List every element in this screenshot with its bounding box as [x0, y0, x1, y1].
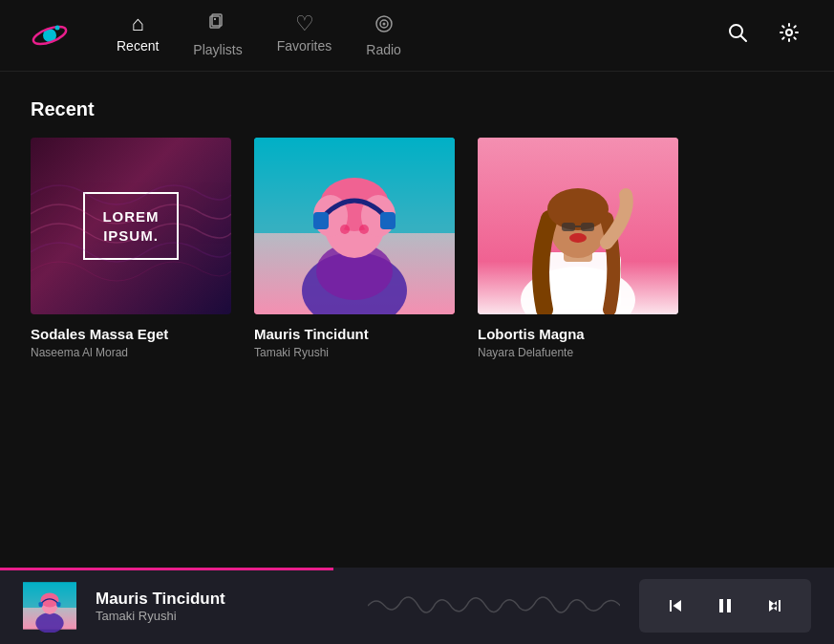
svg-point-38: [40, 593, 58, 608]
svg-rect-20: [313, 212, 329, 229]
card-3-svg: [478, 138, 678, 314]
svg-point-23: [359, 225, 369, 234]
home-icon: ⌂: [132, 13, 144, 34]
svg-rect-40: [56, 602, 60, 607]
card-3-artwork: [478, 138, 678, 314]
cards-row: LOREM IPSUM. Sodales Massa Eget Naseema …: [31, 138, 803, 359]
nav-label-playlists: Playlists: [193, 42, 242, 57]
svg-rect-5: [214, 18, 216, 20]
card-1-artist: Naseema Al Morad: [31, 346, 231, 359]
pause-icon: [714, 594, 737, 617]
nav-item-recent[interactable]: ⌂ Recent: [117, 13, 159, 57]
search-button[interactable]: [723, 18, 752, 53]
np-thumb-svg: [23, 579, 76, 633]
prev-button[interactable]: [658, 589, 693, 623]
section-title: Recent: [31, 98, 803, 120]
card-2-title: Mauris Tincidunt: [254, 326, 455, 342]
svg-rect-39: [39, 602, 43, 607]
nav-item-favorites[interactable]: ♡ Favorites: [277, 13, 332, 57]
card-3-artist: Nayara Delafuente: [478, 346, 678, 359]
settings-icon: [779, 22, 800, 43]
pause-button[interactable]: [708, 589, 742, 623]
heart-icon: ♡: [295, 13, 314, 34]
card-1-title: Sodales Massa Eget: [31, 326, 231, 342]
search-icon: [727, 22, 748, 43]
card-1-image: LOREM IPSUM.: [31, 138, 231, 314]
nav-label-recent: Recent: [117, 38, 159, 54]
next-icon: [763, 594, 786, 617]
logo: [31, 16, 69, 54]
nav-bar: ⌂ Recent Playlists ♡ Favorites: [117, 13, 685, 57]
nav-item-playlists[interactable]: Playlists: [193, 13, 242, 57]
svg-point-30: [569, 233, 587, 243]
card-2-svg: [254, 138, 455, 314]
card-2-artist: Tamaki Ryushi: [254, 346, 455, 359]
settings-button[interactable]: [775, 18, 803, 53]
svg-point-22: [340, 225, 350, 234]
nav-label-radio: Radio: [366, 42, 401, 57]
waveform: [368, 587, 621, 625]
card-1-artwork: LOREM IPSUM.: [31, 138, 231, 314]
playlists-icon: [207, 13, 228, 38]
nav-label-favorites: Favorites: [277, 38, 332, 54]
card-1[interactable]: LOREM IPSUM. Sodales Massa Eget Naseema …: [31, 138, 231, 359]
svg-point-29: [547, 188, 609, 230]
card-3[interactable]: Lobortis Magna Nayara Delafuente: [478, 138, 678, 359]
card-2[interactable]: Mauris Tincidunt Tamaki Ryushi: [254, 138, 455, 359]
radio-icon: [374, 13, 395, 38]
card-3-title: Lobortis Magna: [478, 326, 678, 342]
card-3-image: [478, 138, 678, 314]
prev-icon: [664, 594, 687, 617]
svg-line-10: [741, 36, 747, 42]
card-2-artwork: [254, 138, 455, 314]
header: ⌂ Recent Playlists ♡ Favorites: [0, 0, 834, 72]
main-content: Recent LOREM IPSUM.: [0, 72, 834, 568]
now-playing-title: Mauris Tincidunt: [96, 590, 349, 609]
playback-controls: [639, 579, 811, 633]
next-button[interactable]: [758, 589, 792, 623]
nav-actions: [723, 18, 803, 53]
now-playing-info: Mauris Tincidunt Tamaki Ryushi: [96, 590, 349, 623]
svg-point-36: [35, 612, 63, 633]
waveform-svg: [368, 587, 621, 625]
svg-rect-31: [562, 223, 575, 231]
now-playing-bar: Mauris Tincidunt Tamaki Ryushi: [0, 568, 834, 644]
now-playing-artist: Tamaki Ryushi: [96, 609, 349, 623]
logo-icon: [31, 16, 69, 54]
nav-item-radio[interactable]: Radio: [366, 13, 401, 57]
progress-bar: [0, 568, 333, 570]
svg-point-8: [382, 23, 385, 26]
svg-point-2: [55, 26, 60, 31]
svg-rect-21: [380, 212, 396, 229]
card-2-image: [254, 138, 455, 314]
svg-rect-32: [581, 223, 594, 231]
svg-point-11: [786, 30, 792, 35]
now-playing-thumbnail: [23, 579, 76, 633]
